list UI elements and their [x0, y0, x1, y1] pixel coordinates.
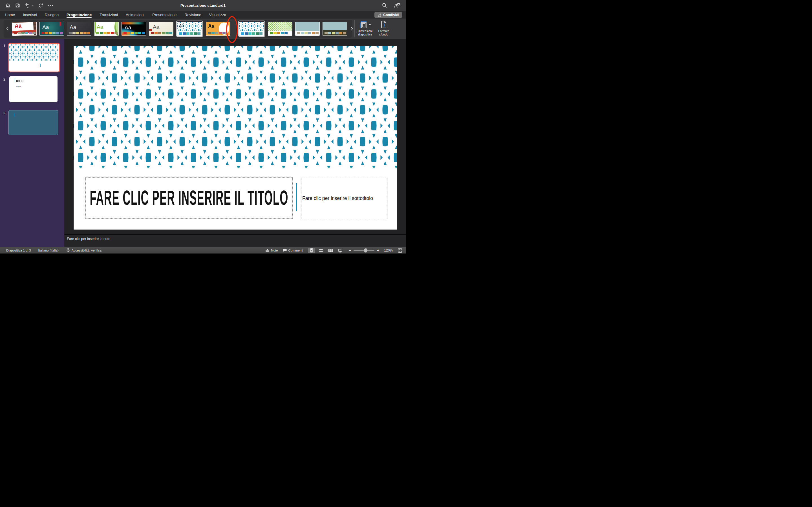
normal-view-button[interactable]: [308, 248, 315, 253]
zoom-out-button[interactable]: −: [349, 248, 351, 252]
theme-thumb-teal-gradient[interactable]: Aa: [40, 22, 64, 36]
variant-thumb-circles-teal-selected[interactable]: [238, 20, 265, 37]
share-icon: [377, 13, 382, 17]
theme-swatches: [123, 32, 145, 34]
document-title: Presentazione standard1: [0, 0, 406, 11]
tab-transizioni[interactable]: Transizioni: [100, 11, 118, 18]
variant-swatches: [270, 32, 288, 34]
accent-bar: [15, 78, 15, 82]
language-indicator[interactable]: Italiano (Italia): [38, 249, 59, 252]
status-bar: Diapositiva 1 di 3 Italiano (Italia) Acc…: [0, 247, 406, 253]
slide-thumbnail-3[interactable]: [8, 110, 58, 135]
theme-thumb-black-multicolor[interactable]: Aa: [121, 22, 146, 36]
text-cursor: [40, 64, 41, 67]
theme-swatches: [179, 33, 200, 35]
variant-swatches: [241, 33, 262, 35]
search-icon[interactable]: [382, 3, 388, 8]
theme-swatches: [208, 32, 225, 34]
variant-swatches: [324, 32, 346, 34]
chevron-down-icon: [369, 23, 371, 25]
slide-editor-area: FARE CLIC PER INSERIRE IL TITOLO Fare cl…: [64, 39, 406, 234]
title-placeholder[interactable]: FARE CLIC PER INSERIRE IL TITOLO: [86, 177, 293, 219]
zoom-level[interactable]: 120%: [384, 248, 393, 252]
slide-size-button[interactable]: Dimensionidiapositiva: [356, 20, 374, 37]
slideshow-view-button[interactable]: [337, 248, 344, 253]
slide-counter: Diapositiva 1 di 3: [6, 249, 31, 252]
text-cursor: [14, 113, 14, 117]
tab-visualizza[interactable]: Visualizza: [209, 11, 226, 18]
tab-inserisci[interactable]: Inserisci: [23, 11, 37, 18]
slide-thumbnail-1-selected[interactable]: [8, 43, 60, 72]
slide-size-icon: [359, 20, 371, 29]
variant-thumb-steel-light[interactable]: [295, 22, 320, 36]
format-background-button[interactable]: Formatosfondo: [375, 20, 393, 37]
tab-presentazione[interactable]: Presentazione: [152, 11, 176, 18]
variant-thumb-circles-green[interactable]: [268, 22, 292, 36]
theme-swatches: [151, 32, 172, 34]
ribbon-group-separator: [354, 20, 355, 37]
tab-animazioni[interactable]: Animazioni: [126, 11, 144, 18]
notes-toggle-button[interactable]: Note: [265, 248, 278, 252]
theme-gallery: Aa Aa Aa Aa Aa: [4, 20, 226, 38]
fit-slide-to-window-button[interactable]: [398, 248, 403, 253]
title-bar: Presentazione standard1: [0, 0, 406, 11]
variant-thumb-steel-dark[interactable]: [322, 22, 347, 36]
ribbon-tab-bar: Home Inserisci Disegno Progettazione Tra…: [0, 11, 406, 18]
comments-icon: [283, 248, 287, 252]
theme-swatches: [42, 32, 63, 34]
variant-gallery: [236, 20, 352, 38]
slide-number: 1: [3, 44, 5, 48]
subtitle-placeholder[interactable]: Fare clic per inserire il sottotitolo: [301, 178, 388, 219]
variant-swatches: [297, 32, 319, 34]
theme-thumb-cream[interactable]: Aa: [149, 22, 173, 36]
design-ribbon: Aa Aa Aa Aa Aa: [0, 18, 406, 39]
theme-thumb-red-gallery[interactable]: Aa: [12, 22, 37, 36]
notes-placeholder: Fare clic per inserire le note: [67, 237, 110, 241]
tab-home[interactable]: Home: [5, 11, 15, 18]
tab-revisione[interactable]: Revisione: [185, 11, 201, 18]
slide-thumbnail-2[interactable]: DDDD ddddd: [9, 76, 57, 102]
theme-thumb-charcoal[interactable]: Aa: [67, 22, 91, 36]
theme-swatches: [96, 32, 117, 34]
slide-number: 3: [3, 111, 5, 115]
title-subtitle-divider: [296, 183, 297, 211]
slide-pattern-background: [73, 46, 397, 168]
tab-progettazione[interactable]: Progettazione: [66, 11, 92, 18]
zoom-slider-thumb[interactable]: [364, 248, 367, 252]
tab-disegno[interactable]: Disegno: [45, 11, 59, 18]
comments-toggle-button[interactable]: Commenti: [283, 248, 303, 252]
format-background-icon: [380, 20, 388, 29]
notes-pane[interactable]: Fare clic per inserire le note: [64, 234, 406, 247]
theme-swatches: [14, 32, 36, 34]
slide-canvas[interactable]: FARE CLIC PER INSERIRE IL TITOLO Fare cl…: [73, 46, 397, 230]
reading-view-button[interactable]: [327, 248, 335, 253]
accessibility-status[interactable]: Accessibilità: verifica: [66, 248, 101, 252]
slide-number: 2: [3, 77, 5, 81]
gallery-scroll-left-icon[interactable]: [5, 27, 9, 31]
gallery-scroll-right-icon[interactable]: [350, 27, 354, 31]
zoom-in-button[interactable]: +: [377, 248, 379, 252]
theme-swatches: [69, 32, 90, 34]
share-button[interactable]: Condividi: [374, 12, 402, 18]
slide-thumbnail-panel: 1 2 DDDD ddddd 3: [0, 39, 64, 247]
zoom-slider[interactable]: [354, 250, 374, 251]
accessibility-icon: [66, 248, 70, 252]
zoom-controls: − +: [349, 248, 379, 252]
notes-icon: [265, 248, 269, 252]
annotation-ellipse: [226, 16, 238, 43]
theme-thumb-green-facet[interactable]: Aa: [94, 22, 119, 36]
account-presence-icon[interactable]: [394, 3, 400, 8]
powerpoint-window: Presentazione standard1 Home Inserisci D…: [0, 0, 406, 253]
slide-sorter-view-button[interactable]: [317, 248, 325, 253]
theme-thumb-circles-teal-selected[interactable]: Aa: [176, 20, 203, 37]
